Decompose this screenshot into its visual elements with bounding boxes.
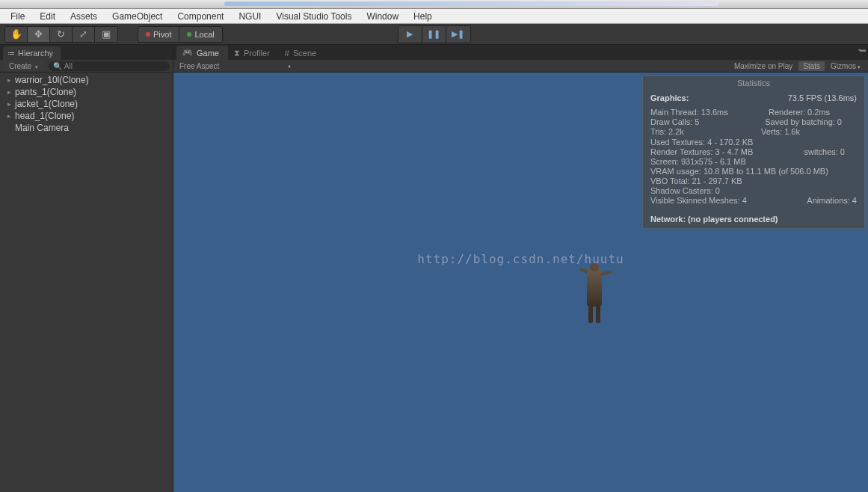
create-button[interactable]: Create ▾	[3, 61, 44, 71]
aspect-label: Free Aspect	[179, 62, 219, 70]
item-label: jacket_1(Clone)	[15, 99, 78, 109]
main-thread: Main Thread: 13.6ms	[650, 108, 728, 117]
switches: switches: 0	[804, 147, 845, 157]
main-area: ≔ Hierarchy ▪▬ Create ▾ 🔍 All ▸warrior_1…	[0, 45, 868, 492]
fps-value: 73.5 FPS (13.6ms)	[788, 93, 857, 103]
vram: VRAM usage: 10.8 MB to 11.1 MB (of 506.0…	[650, 167, 857, 176]
tris: Tris: 2.2k	[650, 127, 684, 137]
hierarchy-panel: ≔ Hierarchy ▪▬ Create ▾ 🔍 All ▸warrior_1…	[0, 45, 173, 492]
item-label: pants_1(Clone)	[15, 87, 76, 97]
hierarchy-search[interactable]: 🔍 All	[49, 61, 170, 71]
hierarchy-item[interactable]: Main Camera	[0, 122, 173, 134]
graphics-label: Graphics:	[650, 93, 689, 103]
menu-component[interactable]: Component	[170, 10, 231, 23]
used-textures: Used Textures: 4 - 170.2 KB	[650, 138, 857, 147]
skinned-meshes: Visible Skinned Meshes: 4	[650, 196, 747, 206]
game-toolbar: Free Aspect ♦ Maximize on Play Stats Giz…	[173, 60, 868, 73]
gizmos-button[interactable]: Gizmos▾	[826, 61, 865, 71]
tab-label: Scene	[293, 49, 316, 58]
menu-bar: File Edit Assets GameObject Component NG…	[0, 9, 868, 24]
expand-icon[interactable]: ▸	[7, 76, 15, 84]
pivot-button[interactable]: Pivot	[138, 27, 179, 42]
shadow-casters: Shadow Casters: 0	[650, 186, 857, 196]
character-model	[576, 263, 612, 325]
hierarchy-tab-bar: ≔ Hierarchy ▪▬	[0, 45, 173, 60]
draw-calls: Draw Calls: 5	[650, 117, 699, 127]
local-button[interactable]: Local	[179, 27, 221, 42]
aspect-dropdown[interactable]: Free Aspect ♦	[176, 62, 294, 70]
dropdown-icon: ▾	[858, 64, 861, 70]
play-icon: ▶	[407, 29, 413, 39]
move-tool[interactable]: ✥	[28, 27, 50, 42]
hand-tool[interactable]: ✋	[5, 27, 28, 42]
network-status: Network: (no players connected)	[643, 212, 864, 228]
menu-ngui[interactable]: NGUI	[231, 10, 268, 23]
rect-tool[interactable]: ▣	[95, 27, 117, 42]
rotate-icon: ↻	[57, 28, 65, 40]
expand-icon[interactable]: ▸	[7, 88, 15, 96]
move-icon: ✥	[34, 28, 43, 40]
item-label: warrior_10l(Clone)	[15, 75, 89, 85]
scale-tool[interactable]: ⤢	[73, 27, 95, 42]
transform-tools: ✋ ✥ ↻ ⤢ ▣	[4, 26, 118, 43]
pivot-icon	[146, 32, 150, 37]
pause-icon: ❚❚	[427, 29, 440, 39]
tab-label: Game	[197, 49, 219, 58]
menu-vstools[interactable]: Visual Studio Tools	[268, 10, 359, 23]
expand-icon[interactable]: ▸	[7, 112, 15, 120]
dropdown-icon: ♦	[288, 64, 291, 69]
screen: Screen: 931x575 - 6.1 MB	[650, 157, 857, 167]
local-icon	[187, 32, 191, 37]
menu-window[interactable]: Window	[359, 10, 406, 23]
hierarchy-toolbar: Create ▾ 🔍 All	[0, 60, 173, 73]
game-panel: 🎮Game ⧗Profiler #Scene ▪▬ Free Aspect ♦ …	[173, 45, 868, 492]
item-label: Main Camera	[15, 123, 69, 133]
rotate-tool[interactable]: ↻	[50, 27, 73, 42]
game-tabs: 🎮Game ⧗Profiler #Scene ▪▬	[173, 45, 868, 60]
render-textures: Render Textures: 3 - 4.7 MB	[650, 147, 753, 157]
menu-file[interactable]: File	[3, 10, 32, 23]
scale-icon: ⤢	[79, 28, 87, 40]
hierarchy-tab[interactable]: ≔ Hierarchy	[3, 46, 61, 60]
hierarchy-item[interactable]: ▸jacket_1(Clone)	[0, 98, 173, 110]
pivot-group: Pivot Local	[138, 26, 223, 43]
hierarchy-item[interactable]: ▸warrior_10l(Clone)	[0, 74, 173, 86]
hierarchy-icon: ≔	[7, 49, 15, 58]
animations: Animations: 4	[807, 196, 857, 206]
play-button[interactable]: ▶	[398, 26, 422, 43]
batching: Saved by batching: 0	[765, 117, 842, 127]
menu-help[interactable]: Help	[406, 10, 440, 23]
hierarchy-item[interactable]: ▸head_1(Clone)	[0, 110, 173, 122]
menu-assets[interactable]: Assets	[63, 10, 105, 23]
search-icon: 🔍	[53, 62, 62, 70]
tab-profiler[interactable]: ⧗Profiler	[228, 46, 279, 60]
panel-menu-icon[interactable]: ▪▬	[858, 46, 865, 53]
local-label: Local	[194, 30, 214, 39]
create-label: Create	[9, 62, 31, 70]
toolbar: ✋ ✥ ↻ ⤢ ▣ Pivot Local ▶ ❚❚ ▶❚	[0, 24, 868, 45]
tab-scene[interactable]: #Scene	[279, 46, 325, 60]
tab-label: Profiler	[244, 49, 270, 58]
hierarchy-item[interactable]: ▸pants_1(Clone)	[0, 86, 173, 98]
hierarchy-tab-label: Hierarchy	[18, 49, 53, 58]
title-bar	[0, 0, 868, 9]
game-icon: 🎮	[182, 48, 193, 58]
maximize-button[interactable]: Maximize on Play	[730, 61, 797, 71]
menu-gameobject[interactable]: GameObject	[105, 10, 170, 23]
menu-edit[interactable]: Edit	[32, 10, 63, 23]
verts: Verts: 1.6k	[761, 127, 800, 137]
play-controls: ▶ ❚❚ ▶❚	[398, 25, 471, 43]
stats-button[interactable]: Stats	[798, 61, 825, 71]
gizmos-label: Gizmos	[831, 62, 856, 70]
step-button[interactable]: ▶❚	[446, 26, 470, 43]
game-viewport[interactable]: http://blog.csdn.net/huutu ↖ Statistics …	[173, 73, 868, 492]
stats-panel: Statistics Graphics: 73.5 FPS (13.6ms) M…	[642, 76, 865, 229]
stats-title: Statistics	[643, 76, 864, 90]
vbo: VBO Total: 21 - 297.7 KB	[650, 176, 857, 186]
pivot-label: Pivot	[153, 30, 171, 39]
profiler-icon: ⧗	[234, 48, 240, 58]
pause-button[interactable]: ❚❚	[422, 26, 446, 43]
tab-game[interactable]: 🎮Game	[176, 46, 228, 60]
search-placeholder: All	[64, 62, 73, 70]
expand-icon[interactable]: ▸	[7, 100, 15, 108]
